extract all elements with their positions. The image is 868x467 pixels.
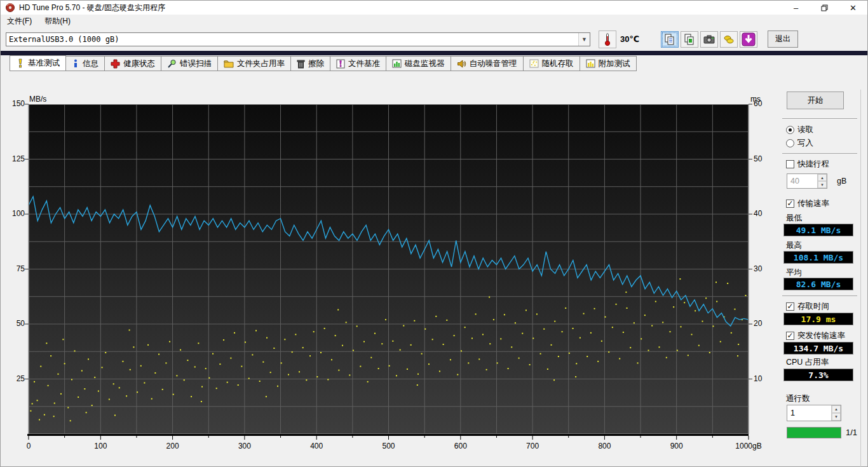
menu-help[interactable]: 帮助(H) <box>38 15 77 28</box>
tab-random-access[interactable]: 随机存取 <box>524 56 580 71</box>
short-stroke-checkbox[interactable] <box>786 160 794 168</box>
axis-tick-label: 200 <box>154 442 192 450</box>
progress-bar <box>787 427 841 438</box>
axis-tick-label: 25 <box>1 374 25 383</box>
tab-folder-usage[interactable]: 文件夹占用率 <box>218 56 291 71</box>
camera-icon <box>703 33 715 46</box>
access-time-label: 存取时间 <box>797 301 829 312</box>
cpu-usage-label: CPU 占用率 <box>786 357 829 368</box>
transfer-rate-checkbox[interactable]: ✓ <box>786 200 794 208</box>
write-radio[interactable] <box>786 139 794 147</box>
screenshot-button[interactable] <box>700 31 718 48</box>
read-radio-label: 读取 <box>797 125 813 135</box>
axis-tick-label: 30 <box>754 264 773 273</box>
separator-strip <box>1 51 867 55</box>
drive-selector[interactable]: ExternalUSB3.0 (1000 gB) ▼ <box>6 32 590 46</box>
tab-benchmark[interactable]: 基准测试 <box>10 55 66 71</box>
axis-tick-label: 50 <box>754 154 773 163</box>
benchmark-plot <box>29 104 749 434</box>
pass-count-spinner[interactable]: 1 ▲ ▼ <box>787 405 841 421</box>
file-benchmark-icon <box>336 59 345 69</box>
axis-tick-label: 100 <box>81 442 119 450</box>
cpu-usage-display: 7.3% <box>783 369 853 381</box>
tab-label: 擦除 <box>308 58 324 69</box>
divider <box>782 295 857 296</box>
burst-rate-row[interactable]: ✓ 突发传输速率 <box>786 330 845 341</box>
temperature-indicator <box>599 30 616 48</box>
transfer-rate-row[interactable]: ✓ 传输速率 <box>786 198 829 209</box>
tab-label: 文件基准 <box>348 58 380 69</box>
axis-tick-label: 0 <box>10 442 48 450</box>
close-button[interactable]: ✕ <box>839 1 867 15</box>
minimize-button[interactable]: – <box>782 1 810 15</box>
short-stroke-row[interactable]: 快捷行程 <box>786 159 829 170</box>
random-access-icon <box>529 59 539 68</box>
read-radio[interactable] <box>786 126 794 134</box>
max-value-display: 108.1 MB/s <box>783 251 853 264</box>
spin-up-icon[interactable]: ▲ <box>832 405 841 413</box>
tab-health[interactable]: 健康状态 <box>105 56 161 71</box>
avg-label: 平均 <box>786 267 802 278</box>
tab-bar: 基准测试 信息 健康状态 错误扫描 <box>1 55 867 71</box>
axis-tick-label: 10 <box>754 374 773 383</box>
access-time-row[interactable]: ✓ 存取时间 <box>786 301 829 312</box>
tab-file-benchmark[interactable]: 文件基准 <box>330 56 386 71</box>
toolbar: ExternalUSB3.0 (1000 gB) ▼ 30℃ <box>1 27 867 51</box>
tab-label: 信息 <box>83 58 98 69</box>
menu-bar: 文件(F) 帮助(H) <box>1 15 867 27</box>
tab-aam[interactable]: 自动噪音管理 <box>451 56 524 71</box>
access-time-display: 17.9 ms <box>783 313 853 325</box>
burst-rate-display: 134.7 MB/s <box>783 342 853 355</box>
folder-usage-icon <box>224 59 234 68</box>
tab-label: 文件夹占用率 <box>237 58 285 69</box>
tab-extra-tests[interactable]: 附加测试 <box>580 56 637 71</box>
thermometer-icon <box>603 32 612 46</box>
axis-tick-label: 300 <box>226 442 264 450</box>
download-button[interactable] <box>740 31 757 48</box>
axis-tick-label: 800 <box>585 442 623 450</box>
menu-file[interactable]: 文件(F) <box>1 15 38 28</box>
left-axis-unit: MB/s <box>29 95 46 104</box>
title-bar: HD Tune Pro 5.70 - 硬盘/固态硬盘实用程序 – ✕ <box>1 1 867 15</box>
pass-count-label: 通行数 <box>786 393 810 404</box>
read-radio-row[interactable]: 读取 <box>786 125 813 135</box>
axis-tick-label: 150 <box>1 99 25 108</box>
copy-text-button[interactable] <box>661 31 679 48</box>
max-value: 108.1 MB/s <box>794 253 843 262</box>
progress-fill <box>787 428 841 438</box>
chevron-down-icon: ▼ <box>578 33 590 46</box>
short-stroke-spinner[interactable]: 40 ▲ ▼ <box>787 173 827 189</box>
short-stroke-label: 快捷行程 <box>797 159 829 170</box>
spin-down-icon[interactable]: ▼ <box>818 181 827 188</box>
access-time-value: 17.9 ms <box>801 315 836 324</box>
copy-image-button[interactable] <box>681 31 698 48</box>
tab-info[interactable]: 信息 <box>66 56 105 71</box>
start-button-label: 开始 <box>808 95 824 106</box>
spin-up-icon[interactable]: ▲ <box>818 174 827 181</box>
erase-icon <box>297 59 305 69</box>
pass-count-value: 1 <box>787 405 831 421</box>
avg-value-display: 82.6 MB/s <box>783 278 853 290</box>
cpu-usage-value: 7.3% <box>808 370 828 380</box>
axis-tick-label: 60 <box>754 99 773 108</box>
burst-rate-checkbox[interactable]: ✓ <box>786 332 794 340</box>
disk-monitor-icon <box>392 59 402 68</box>
start-button[interactable]: 开始 <box>787 91 844 109</box>
tab-error-scan[interactable]: 错误扫描 <box>161 56 218 71</box>
tools-button[interactable] <box>720 31 738 48</box>
divider <box>782 118 857 119</box>
tab-label: 自动噪音管理 <box>470 58 517 69</box>
access-time-checkbox[interactable]: ✓ <box>786 302 794 311</box>
tab-erase[interactable]: 擦除 <box>291 56 330 71</box>
exit-button[interactable]: 退出 <box>768 30 798 48</box>
tab-disk-monitor[interactable]: 磁盘监视器 <box>386 56 451 71</box>
write-radio-row[interactable]: 写入 <box>786 138 813 149</box>
transfer-rate-label: 传输速率 <box>797 198 829 209</box>
restore-icon <box>821 4 828 11</box>
divider <box>782 153 857 154</box>
benchmark-area: MB/s ms 开始 读取 写入 快捷行程 40 <box>1 71 868 467</box>
copy-image-icon <box>683 33 696 46</box>
spin-down-icon[interactable]: ▼ <box>832 413 841 421</box>
error-scan-icon <box>167 59 177 69</box>
restore-button[interactable] <box>810 1 839 15</box>
